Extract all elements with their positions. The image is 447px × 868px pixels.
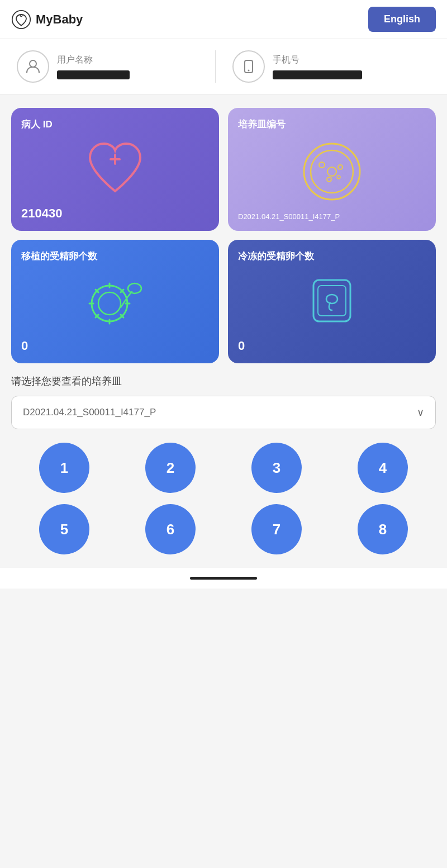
username-label: 用户名称 (57, 54, 130, 66)
culture-dish-card[interactable]: 培养皿编号 D2021.04.21_S00011_I4177_P (228, 108, 436, 231)
frozen-egg-icon (301, 270, 363, 331)
username-value-masked (57, 70, 130, 79)
svg-point-10 (319, 162, 325, 168)
frozen-card[interactable]: 冷冻的受精卵个数 0 (228, 240, 436, 363)
embryo-circle-5[interactable]: 5 (39, 504, 89, 554)
language-button[interactable]: English (368, 7, 436, 32)
culture-dish-dropdown[interactable]: D2021.04.21_S00011_I4177_P ∨ (11, 396, 436, 429)
transplant-value: 0 (21, 339, 209, 353)
petri-dish-icon (298, 138, 365, 205)
main-content: 病人 ID 210430 培养皿编号 (0, 94, 447, 568)
svg-point-7 (304, 144, 360, 200)
phone-label: 手机号 (273, 54, 362, 66)
username-content: 用户名称 (57, 54, 130, 79)
select-section-label: 请选择您要查看的培养皿 (11, 374, 436, 388)
app-title: MyBaby (36, 12, 83, 27)
embryo-circle-6[interactable]: 6 (145, 504, 196, 554)
svg-rect-26 (318, 286, 346, 316)
dropdown-arrow-icon: ∨ (417, 406, 424, 419)
home-indicator (190, 577, 257, 580)
patient-id-title: 病人 ID (21, 118, 209, 131)
embryo-circle-1[interactable]: 1 (39, 443, 89, 493)
patient-id-icon-area (21, 135, 209, 202)
patient-id-card[interactable]: 病人 ID 210430 (11, 108, 219, 231)
svg-point-2 (30, 60, 36, 67)
username-item: 用户名称 (17, 50, 215, 83)
embryo-circle-8[interactable]: 8 (358, 504, 408, 554)
svg-point-12 (327, 177, 331, 182)
bottom-bar (0, 568, 447, 589)
svg-point-13 (337, 176, 340, 179)
frozen-value: 0 (238, 339, 426, 353)
svg-point-24 (128, 283, 141, 293)
user-info-section: 用户名称 手机号 (0, 39, 447, 94)
culture-dish-value: D2021.04.21_S00011_I4177_P (238, 212, 426, 221)
frozen-icon-area (238, 267, 426, 334)
svg-point-9 (327, 167, 336, 176)
svg-point-27 (326, 295, 337, 303)
cards-grid: 病人 ID 210430 培养皿编号 (11, 108, 436, 363)
svg-point-4 (248, 70, 249, 72)
phone-item: 手机号 (215, 50, 431, 83)
transplant-title: 移植的受精卵个数 (21, 250, 209, 263)
embryo-circle-3[interactable]: 3 (251, 443, 302, 493)
embryo-grid: 1 2 3 4 5 6 7 8 (11, 443, 436, 554)
embryo-circle-2[interactable]: 2 (145, 443, 196, 493)
frozen-title: 冷冻的受精卵个数 (238, 250, 426, 263)
dropdown-selected-value: D2021.04.21_S00011_I4177_P (23, 407, 156, 418)
phone-icon-circle (232, 50, 265, 83)
embryo-circle-4[interactable]: 4 (358, 443, 408, 493)
culture-dish-title: 培养皿编号 (238, 118, 426, 131)
heart-plus-icon (82, 138, 149, 200)
embryo-circle-7[interactable]: 7 (251, 504, 302, 554)
svg-point-11 (338, 165, 343, 169)
svg-point-1 (20, 15, 22, 17)
person-icon (25, 58, 41, 75)
user-icon-circle (17, 50, 49, 83)
logo-icon (11, 10, 31, 30)
phone-value-masked (273, 70, 362, 79)
phone-content: 手机号 (273, 54, 362, 79)
logo-area: MyBaby (11, 10, 83, 30)
svg-point-8 (311, 150, 353, 193)
transplant-icon-area (21, 267, 209, 334)
phone-icon (241, 59, 256, 74)
egg-sperm-icon (79, 267, 151, 334)
app-header: MyBaby English (0, 0, 447, 39)
transplant-card[interactable]: 移植的受精卵个数 (11, 240, 219, 363)
svg-point-15 (98, 292, 121, 315)
patient-id-value: 210430 (21, 206, 209, 221)
culture-dish-icon-area (238, 135, 426, 208)
